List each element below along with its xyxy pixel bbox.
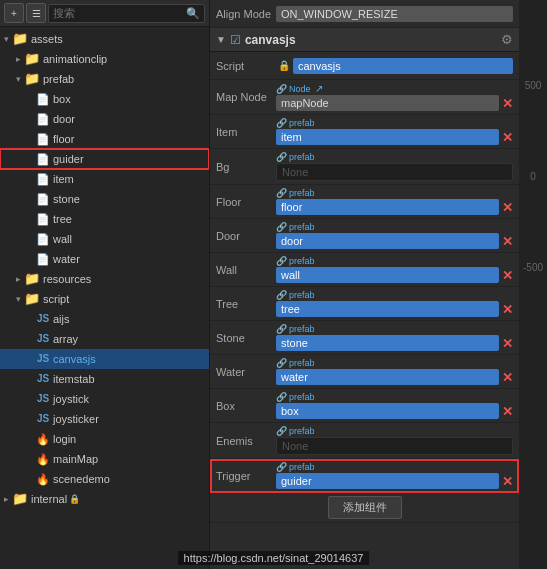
prop-input-9[interactable] [276,369,499,385]
prop-label-9: Water [216,366,276,378]
tree-item-label: stone [53,190,80,208]
remove-prop-10-button[interactable]: ✕ [502,405,513,418]
prop-input-row-4: ✕ [276,199,513,215]
tree-item-scenedemo[interactable]: 🔥scenedemo [0,469,209,489]
prop-input-row-1: ✕ [276,95,513,111]
tree-item-wall[interactable]: 📄wall [0,229,209,249]
prop-input-row-10: ✕ [276,403,513,419]
prop-input-2[interactable] [276,129,499,145]
remove-prop-1-button[interactable]: ✕ [502,97,513,110]
search-icon: 🔍 [186,7,200,20]
tree-item-aijs[interactable]: JSaijs [0,309,209,329]
prop-input-8[interactable] [276,335,499,351]
tree-item-itemstab[interactable]: JSitemstab [0,369,209,389]
remove-prop-9-button[interactable]: ✕ [502,371,513,384]
tree-item-login[interactable]: 🔥login [0,429,209,449]
prop-input-7[interactable] [276,301,499,317]
prop-input-11[interactable] [276,437,513,455]
tree-item-label: script [43,290,69,308]
ruler-0: 0 [530,171,536,182]
add-button[interactable]: + [4,3,24,23]
gear-icon[interactable]: ⚙ [501,32,513,47]
tree-item-label: resources [43,270,91,288]
tree-item-water[interactable]: 📄water [0,249,209,269]
tree-item-guider[interactable]: 📄guider [0,149,209,169]
tree-item-floor[interactable]: 📄floor [0,129,209,149]
prop-input-10[interactable] [276,403,499,419]
folder-icon: 📁 [12,30,28,48]
folder-icon: 📁 [24,290,40,308]
tree-item-label: prefab [43,70,74,88]
tree-item-label: door [53,110,75,128]
tree-arrow-icon: ▾ [0,30,12,48]
tree-item-animationclip[interactable]: ▸📁animationclip [0,49,209,69]
tree-item-prefab[interactable]: ▾📁prefab [0,69,209,89]
tree-item-item[interactable]: 📄item [0,169,209,189]
folder-icon: 📁 [24,270,40,288]
prop-tag-5: 🔗prefab [276,222,513,232]
prop-tag-1: 🔗Node↗ [276,83,513,94]
remove-prop-12-button[interactable]: ✕ [502,475,513,488]
prop-input-1[interactable] [276,95,499,111]
prop-input-12[interactable] [276,473,499,489]
tag-prefab-icon: 🔗 [276,222,287,232]
tree-item-label: wall [53,230,72,248]
tree-item-label: joysticker [53,410,99,428]
tree-item-door[interactable]: 📄door [0,109,209,129]
tag-prefab-icon: 🔗 [276,462,287,472]
prop-value-area-6: 🔗prefab✕ [276,256,513,283]
checkbox-icon[interactable]: ☑ [230,33,241,47]
fire-icon: 🔥 [36,470,50,488]
tree-item-label: login [53,430,76,448]
tree-arrow-icon: ▾ [12,70,24,88]
prop-input-6[interactable] [276,267,499,283]
prop-input-3[interactable] [276,163,513,181]
node-link-icon: ↗ [315,83,323,94]
tree-item-array[interactable]: JSarray [0,329,209,349]
add-component-row: 添加组件 [210,493,519,523]
remove-prop-5-button[interactable]: ✕ [502,235,513,248]
prop-input-5[interactable] [276,233,499,249]
tree-item-resources[interactable]: ▸📁resources [0,269,209,289]
tree-item-joystick[interactable]: JSjoystick [0,389,209,409]
prop-row-script: Script🔒 [210,52,519,80]
prop-tag-2: 🔗prefab [276,118,513,128]
remove-prop-8-button[interactable]: ✕ [502,337,513,350]
lock-icon: 🔒 [69,490,80,508]
tree-item-stone[interactable]: 📄stone [0,189,209,209]
tag-prefab-icon: 🔗 [276,152,287,162]
prop-tag-8: 🔗prefab [276,324,513,334]
tree-item-tree[interactable]: 📄tree [0,209,209,229]
collapse-arrow-icon[interactable]: ▼ [216,34,226,45]
tree-item-internal[interactable]: ▸📁internal🔒 [0,489,209,509]
remove-prop-4-button[interactable]: ✕ [502,201,513,214]
prefab-icon: 📄 [36,90,50,108]
remove-prop-6-button[interactable]: ✕ [502,269,513,282]
prop-input-4[interactable] [276,199,499,215]
remove-prop-7-button[interactable]: ✕ [502,303,513,316]
ruler-500: 500 [525,80,542,91]
add-component-button[interactable]: 添加组件 [328,496,402,519]
tree-item-label: aijs [53,310,70,328]
tree-item-box[interactable]: 📄box [0,89,209,109]
tree-item-joysticker[interactable]: JSjoysticker [0,409,209,429]
lock-small-icon: 🔒 [278,60,290,71]
prop-value-area-12: 🔗prefab✕ [276,462,513,489]
prop-label-5: Door [216,230,276,242]
sort-button[interactable]: ☰ [26,3,46,23]
prefab-icon: 📄 [36,170,50,188]
prop-row-item: Item🔗prefab✕ [210,115,519,149]
prop-row-stone: Stone🔗prefab✕ [210,321,519,355]
align-mode-value-area: ON_WINDOW_RESIZE [276,6,513,22]
remove-prop-2-button[interactable]: ✕ [502,131,513,144]
tag-prefab-icon: 🔗 [276,256,287,266]
prop-input-row-2: ✕ [276,129,513,145]
prop-value-area-11: 🔗prefab [276,426,513,455]
tree-item-script[interactable]: ▾📁script [0,289,209,309]
tree-item-assets[interactable]: ▾📁assets [0,29,209,49]
prop-input-row-12: ✕ [276,473,513,489]
prop-input-0[interactable] [293,58,513,74]
search-input[interactable] [53,7,186,19]
tree-item-mainMap[interactable]: 🔥mainMap [0,449,209,469]
tree-item-canvasjs[interactable]: JScanvasjs [0,349,209,369]
